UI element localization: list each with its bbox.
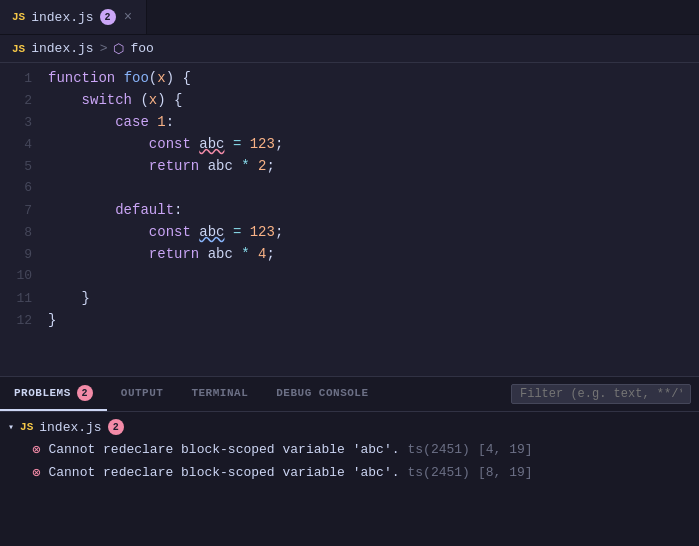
code-line-12: 12 } xyxy=(0,309,699,331)
breadcrumb-separator: > xyxy=(100,41,108,56)
line-content-12: } xyxy=(48,309,56,331)
problem-loc-1: [4, 19] xyxy=(478,442,533,457)
code-line-7: 7 default: xyxy=(0,199,699,221)
tab-terminal-label: TERMINAL xyxy=(191,387,248,399)
code-line-2: 2 switch (x) { xyxy=(0,89,699,111)
line-num-5: 5 xyxy=(0,156,48,178)
tab-bar: JS index.js 2 × xyxy=(0,0,699,35)
line-num-4: 4 xyxy=(0,134,48,156)
tab-filename: index.js xyxy=(31,10,93,25)
line-content-5: return abc * 2; xyxy=(48,155,275,177)
line-num-1: 1 xyxy=(0,68,48,90)
tab-index-js[interactable]: JS index.js 2 × xyxy=(0,0,147,34)
code-line-8: 8 const abc = 123; xyxy=(0,221,699,243)
problem-loc-2: [8, 19] xyxy=(478,465,533,480)
problem-item-1[interactable]: ⊗ Cannot redeclare block-scoped variable… xyxy=(0,438,699,461)
breadcrumb-cube-icon: ⬡ xyxy=(113,41,124,57)
line-num-8: 8 xyxy=(0,222,48,244)
code-area[interactable]: 1 function foo(x) { 2 switch (x) { 3 cas… xyxy=(0,63,699,376)
code-line-9: 9 return abc * 4; xyxy=(0,243,699,265)
line-num-7: 7 xyxy=(0,200,48,222)
code-line-6: 6 xyxy=(0,177,699,199)
line-num-9: 9 xyxy=(0,244,48,266)
breadcrumb-js-icon: JS xyxy=(12,43,25,55)
editor: 1 function foo(x) { 2 switch (x) { 3 cas… xyxy=(0,63,699,376)
tab-output[interactable]: OUTPUT xyxy=(107,377,178,411)
problem-text-2: Cannot redeclare block-scoped variable '… xyxy=(48,465,399,480)
code-line-4: 4 const abc = 123; xyxy=(0,133,699,155)
problems-badge: 2 xyxy=(77,385,93,401)
group-arrow-icon: ▾ xyxy=(8,421,14,433)
line-content-11: } xyxy=(48,287,90,309)
line-content-2: switch (x) { xyxy=(48,89,182,111)
line-num-11: 11 xyxy=(0,288,48,310)
group-file-js-icon: JS xyxy=(20,421,33,433)
js-icon: JS xyxy=(12,11,25,23)
group-error-badge: 2 xyxy=(108,419,124,435)
tab-problems[interactable]: PROBLEMS 2 xyxy=(0,377,107,411)
line-num-2: 2 xyxy=(0,90,48,112)
error-circle-icon-1: ⊗ xyxy=(32,441,40,458)
group-filename: index.js xyxy=(39,420,101,435)
breadcrumb-filename[interactable]: index.js xyxy=(31,41,93,56)
code-line-10: 10 xyxy=(0,265,699,287)
tab-debug-console[interactable]: DEBUG CONSOLE xyxy=(262,377,382,411)
tab-close-button[interactable]: × xyxy=(122,7,134,27)
problem-item-2[interactable]: ⊗ Cannot redeclare block-scoped variable… xyxy=(0,461,699,484)
code-line-5: 5 return abc * 2; xyxy=(0,155,699,177)
line-num-12: 12 xyxy=(0,310,48,332)
tab-output-label: OUTPUT xyxy=(121,387,164,399)
code-line-3: 3 case 1: xyxy=(0,111,699,133)
error-circle-icon-2: ⊗ xyxy=(32,464,40,481)
line-content-3: case 1: xyxy=(48,111,174,133)
code-line-11: 11 } xyxy=(0,287,699,309)
problems-content: ▾ JS index.js 2 ⊗ Cannot redeclare block… xyxy=(0,412,699,546)
problems-group-header[interactable]: ▾ JS index.js 2 xyxy=(0,416,699,438)
tab-problems-label: PROBLEMS xyxy=(14,387,71,399)
line-content-8: const abc = 123; xyxy=(48,221,283,243)
tab-terminal[interactable]: TERMINAL xyxy=(177,377,262,411)
line-content-9: return abc * 4; xyxy=(48,243,275,265)
line-content-4: const abc = 123; xyxy=(48,133,283,155)
line-num-6: 6 xyxy=(0,177,48,199)
problem-text-1: Cannot redeclare block-scoped variable '… xyxy=(48,442,399,457)
problems-filter-input[interactable] xyxy=(511,384,691,404)
panel: PROBLEMS 2 OUTPUT TERMINAL DEBUG CONSOLE… xyxy=(0,376,699,546)
problem-code-2: ts(2451) xyxy=(408,465,470,480)
breadcrumb: JS index.js > ⬡ foo xyxy=(0,35,699,63)
line-content-7: default: xyxy=(48,199,182,221)
line-num-10: 10 xyxy=(0,265,48,287)
panel-tabs: PROBLEMS 2 OUTPUT TERMINAL DEBUG CONSOLE xyxy=(0,377,699,412)
code-line-1: 1 function foo(x) { xyxy=(0,67,699,89)
line-num-3: 3 xyxy=(0,112,48,134)
tab-debug-label: DEBUG CONSOLE xyxy=(276,387,368,399)
problem-code-1: ts(2451) xyxy=(408,442,470,457)
breadcrumb-symbol[interactable]: foo xyxy=(130,41,153,56)
tab-error-badge: 2 xyxy=(100,9,116,25)
line-content-1: function foo(x) { xyxy=(48,67,191,89)
